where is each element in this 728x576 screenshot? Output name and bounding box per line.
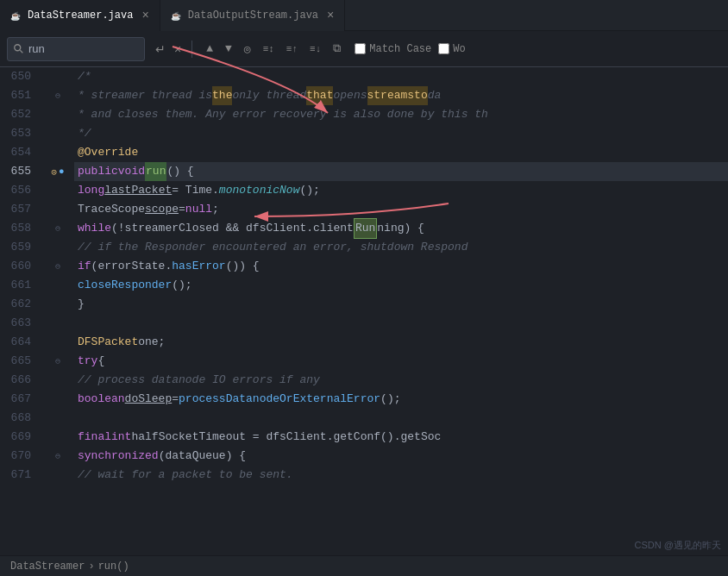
search-enter-btn[interactable]: ↵ [152, 41, 169, 58]
word-wrap-wrap: Wo [438, 43, 465, 55]
tab-datastreamer-close[interactable]: × [141, 9, 148, 22]
code-line-663 [74, 314, 728, 333]
gutter-651: ⊖ [45, 86, 71, 105]
code-line-655: public void run() { [74, 162, 728, 181]
gutter-661 [45, 276, 71, 295]
gutter-657 [45, 200, 71, 219]
search-actions: ↵ × [152, 41, 185, 58]
search-input[interactable] [28, 42, 115, 55]
gutter-660: ⊖ [45, 257, 71, 276]
arrow-up-icon[interactable]: ▲ [203, 41, 217, 57]
gutter-665: ⊖ [45, 352, 71, 371]
line-num-666: 666 [0, 371, 38, 390]
gutter-658: ⊖ [45, 219, 71, 238]
tab-dataoutputstream-close[interactable]: × [327, 9, 334, 22]
gutter-671 [45, 466, 71, 485]
line-num-664: 664 [0, 333, 38, 352]
search-clear-btn[interactable]: × [171, 41, 185, 58]
line-numbers: 650 651 652 653 654 655 656 657 658 659 … [0, 67, 45, 555]
fold-icon-651[interactable]: ⊖ [55, 91, 60, 101]
line-num-661: 661 [0, 276, 38, 295]
code-content: /* * streamer thread is the only thread … [71, 67, 728, 555]
code-line-656: long lastPacket = Time.monotonicNow(); [74, 181, 728, 200]
gutter-666 [45, 371, 71, 390]
tab-dataoutputstream[interactable]: ☕ DataOutputStream.java × [160, 0, 346, 31]
search-icon [13, 43, 25, 55]
running-highlight: Run [354, 218, 377, 239]
line-num-670: 670 [0, 447, 38, 466]
gutter-656 [45, 181, 71, 200]
gutter-664 [45, 333, 71, 352]
code-line-654: @Override [74, 143, 728, 162]
match-case-wrap: Match Case [355, 43, 431, 55]
gutter-663 [45, 314, 71, 333]
run-indicator: ⊙ [51, 166, 57, 178]
code-line-661: closeResponder(); [74, 276, 728, 295]
line-num-658: 658 [0, 219, 38, 238]
line-num-669: 669 [0, 428, 38, 447]
search-input-wrap [7, 37, 145, 61]
code-line-658: while (!streamerClosed && dfsClient.clie… [74, 219, 728, 238]
line-num-665: 665 [0, 352, 38, 371]
gutter-667 [45, 390, 71, 409]
toolbar-icons: ▲ ▼ ◎ ≡↕ ≡↑ ≡↓ ⧉ [203, 41, 344, 58]
find-usages-icon[interactable]: ◎ [241, 41, 254, 58]
watermark: CSDN @遇见的昨天 [635, 539, 721, 552]
gutter-655: ⊙ ● [45, 162, 71, 181]
tab-datastreamer[interactable]: ☕ DataStreamer.java × [0, 0, 160, 31]
code-line-660: if (errorState.hasError()) { [74, 257, 728, 276]
run-highlight: run [145, 162, 166, 181]
word-wrap-label[interactable]: Wo [453, 43, 465, 55]
breadcrumb-class: DataStreamer [10, 560, 85, 573]
breadcrumb: DataStreamer › run() [10, 560, 129, 573]
line-num-663: 663 [0, 314, 38, 333]
gutter-662 [45, 295, 71, 314]
svg-line-3 [20, 50, 22, 53]
gutter-654 [45, 143, 71, 162]
match-case-checkbox[interactable] [355, 43, 366, 54]
fold-icon-660[interactable]: ⊖ [55, 261, 60, 272]
java-icon-2: ☕ [171, 9, 183, 22]
filter-icon2[interactable]: ≡↑ [283, 42, 301, 56]
svg-text:☕: ☕ [171, 11, 182, 22]
code-line-664: DFSPacket one; [74, 333, 728, 352]
status-bar: DataStreamer › run() [0, 555, 728, 576]
breadcrumb-separator: › [88, 560, 94, 573]
filter-icon1[interactable]: ≡↕ [260, 42, 278, 56]
line-num-662: 662 [0, 295, 38, 314]
line-num-655: 655 [0, 162, 38, 181]
gutter: ⊖ ⊙ ● ⊖ ⊖ ⊖ ⊖ [45, 67, 71, 555]
fold-icon-670[interactable]: ⊖ [55, 451, 60, 461]
tab-bar: ☕ DataStreamer.java × ☕ DataOutputStream… [0, 0, 728, 31]
arrow-down-icon[interactable]: ▼ [222, 41, 235, 57]
code-line-665: try { [74, 352, 728, 371]
line-num-660: 660 [0, 257, 38, 276]
fold-icon-658[interactable]: ⊖ [55, 223, 60, 234]
debug-indicator: ● [59, 166, 65, 177]
line-num-650: 650 [0, 67, 38, 86]
code-line-666: // process datanode IO errors if any [74, 371, 728, 390]
code-line-671: // wait for a packet to be sent. [74, 466, 728, 485]
match-case-label[interactable]: Match Case [369, 43, 431, 55]
line-num-659: 659 [0, 238, 38, 257]
gutter-669 [45, 428, 71, 447]
filter-main-icon[interactable]: ⧉ [329, 41, 344, 57]
gutter-668 [45, 409, 71, 428]
line-num-671: 671 [0, 466, 38, 485]
code-line-651: * streamer thread is the only thread tha… [74, 86, 728, 105]
code-line-667: boolean doSleep = processDatanodeOrExter… [74, 390, 728, 409]
gutter-650 [45, 67, 71, 86]
line-num-654: 654 [0, 143, 38, 162]
code-line-650: /* [74, 67, 728, 86]
filter-icon3[interactable]: ≡↓ [306, 42, 324, 56]
tab-dataoutputstream-label: DataOutputStream.java [188, 9, 318, 22]
svg-point-2 [15, 44, 21, 50]
java-icon: ☕ [10, 9, 22, 22]
code-line-668 [74, 409, 728, 428]
word-wrap-checkbox[interactable] [438, 43, 449, 54]
fold-icon-665[interactable]: ⊖ [55, 356, 60, 366]
line-num-651: 651 [0, 86, 38, 105]
tab-datastreamer-label: DataStreamer.java [28, 9, 133, 22]
gutter-659 [45, 238, 71, 257]
line-num-656: 656 [0, 181, 38, 200]
